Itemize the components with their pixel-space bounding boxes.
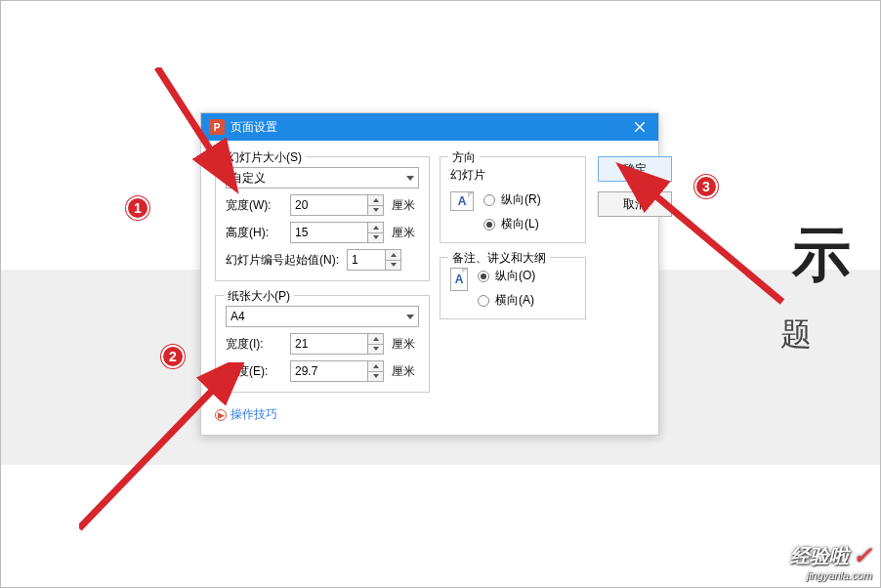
page-landscape-icon: A [450, 191, 474, 211]
paper-size-title: 纸张大小(P) [224, 288, 294, 305]
paper-width-label: 宽度(I): [226, 336, 286, 353]
watermark-text: 经验啦 [790, 543, 849, 569]
orientation-slide-title: 幻灯片 [450, 167, 575, 184]
spin-down[interactable] [368, 233, 383, 243]
annotation-3: 3 [694, 175, 718, 198]
spin-up[interactable] [368, 195, 383, 206]
spin-buttons [368, 194, 384, 216]
chevron-down-icon [402, 307, 418, 326]
spin-up[interactable] [368, 361, 383, 372]
orientation-title: 方向 [448, 149, 480, 166]
paper-height-input[interactable] [290, 360, 368, 382]
start-number-spinner[interactable] [347, 249, 401, 271]
spin-down[interactable] [368, 372, 383, 382]
orientation-column: 方向 幻灯片 A 纵向(R) 横向(L) [440, 156, 586, 423]
close-button[interactable] [621, 113, 658, 141]
spin-down[interactable] [368, 206, 383, 216]
paper-width-spinner[interactable] [290, 333, 388, 355]
slide-width-spinner[interactable] [290, 194, 388, 216]
spin-up[interactable] [368, 223, 383, 233]
svg-line-3 [79, 362, 239, 528]
slide-landscape-label: 横向(L) [501, 216, 539, 232]
paper-width-input[interactable] [290, 333, 368, 355]
spin-buttons [386, 249, 401, 271]
watermark-url: jingyanla.com [790, 569, 872, 581]
slide-portrait-label: 纵向(R) [501, 191, 541, 208]
slide-width-input[interactable] [290, 194, 368, 216]
notes-landscape-radio[interactable]: 横向(A) [478, 292, 575, 309]
notes-portrait-label: 纵向(O) [495, 268, 535, 284]
page-portrait-icon: A [450, 268, 468, 291]
svg-line-2 [157, 67, 231, 183]
paper-size-preset-value: A4 [231, 310, 245, 323]
spin-buttons [368, 222, 384, 243]
notes-portrait-radio[interactable]: 纵向(O) [478, 268, 575, 284]
unit: 厘米 [392, 197, 415, 214]
radio-icon [478, 295, 489, 307]
slide-height-spinner[interactable] [290, 222, 388, 243]
watermark: 经验啦 ✓ jingyanla.com [790, 542, 872, 581]
titlebar[interactable]: P 页面设置 [201, 113, 658, 141]
spin-buttons [368, 360, 384, 382]
close-icon [635, 122, 645, 132]
spin-up[interactable] [386, 250, 400, 261]
notes-landscape-label: 横向(A) [495, 292, 534, 309]
orientation-slide-group: 方向 幻灯片 A 纵向(R) 横向(L) [440, 156, 586, 243]
spin-down[interactable] [368, 345, 383, 355]
start-number-input[interactable] [347, 249, 386, 271]
radio-icon [478, 271, 489, 282]
slide-landscape-radio[interactable]: 横向(L) [483, 216, 575, 232]
spin-buttons [368, 333, 384, 355]
paper-size-preset-combo[interactable]: A4 [226, 306, 419, 327]
spin-up[interactable] [368, 334, 383, 345]
annotation-1: 1 [126, 196, 149, 220]
chevron-down-icon [402, 168, 418, 188]
orientation-notes-group: 备注、讲义和大纲 A 纵向(O) 横向(A) [440, 257, 586, 319]
radio-icon [483, 219, 495, 231]
slide-portrait-radio[interactable]: 纵向(R) [483, 191, 575, 208]
spin-down[interactable] [386, 261, 400, 271]
arrow-2 [79, 362, 274, 558]
paper-height-spinner[interactable] [290, 360, 388, 382]
check-icon: ✓ [853, 542, 872, 569]
annotation-2: 2 [161, 345, 185, 368]
orientation-notes-title: 备注、讲义和大纲 [448, 250, 550, 267]
slide-height-input[interactable] [290, 222, 368, 243]
arrow-1 [118, 67, 255, 282]
radio-icon [483, 194, 495, 206]
unit: 厘米 [392, 363, 415, 380]
unit: 厘米 [392, 336, 415, 353]
unit: 厘米 [392, 225, 415, 241]
